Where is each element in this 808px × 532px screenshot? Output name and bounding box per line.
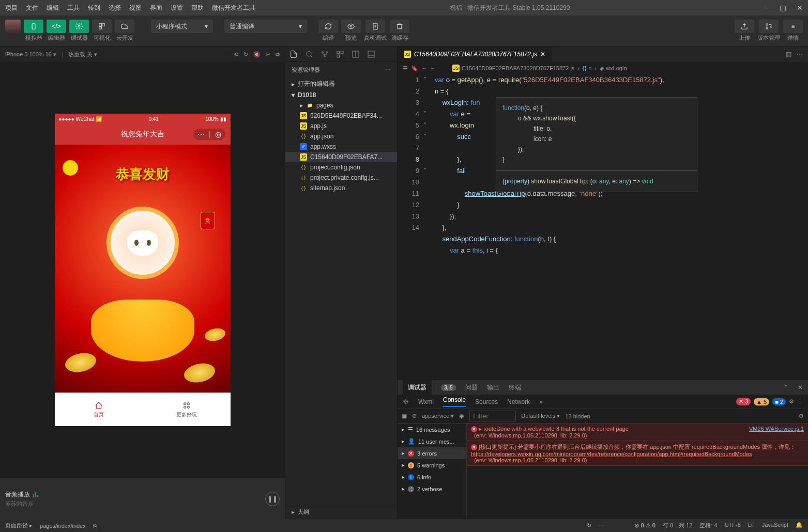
eye-icon[interactable]: ◉ [459, 413, 464, 419]
list-icon[interactable]: ☰ [403, 65, 408, 72]
file-tree-item[interactable]: JSC15640D09F02EBAFA7... [285, 152, 397, 162]
console-filter-item[interactable]: ▸ ✕ 3 errors [398, 447, 466, 459]
cloud-toggle[interactable] [115, 20, 134, 33]
console-filter-item[interactable]: ▸ ! 5 warnings [398, 459, 466, 471]
avatar[interactable] [5, 20, 21, 33]
file-tree-item[interactable]: { }app.json [285, 131, 397, 142]
warning-badge[interactable]: ▲ 5 [754, 398, 769, 405]
console-filter-item[interactable]: ▸ ☰ 16 messages [398, 424, 466, 435]
device-selector[interactable]: iPhone 5 100% 16 ▾ [5, 51, 56, 58]
eol[interactable]: LF [748, 522, 755, 529]
file-tree-item[interactable]: { }project.private.config.js... [285, 173, 397, 183]
compile-button[interactable] [318, 20, 338, 33]
levels-dropdown[interactable]: Default levels ▾ [521, 413, 560, 419]
simulator-toggle[interactable] [24, 20, 43, 33]
console-messages[interactable]: ✕ ▸ routeDone with a webviewId 3 that is… [467, 424, 808, 519]
nav-back-icon[interactable]: ← [421, 65, 427, 71]
devtools-tab-output[interactable]: 输出 [487, 383, 499, 392]
cursor-position[interactable]: 行 8，列 12 [663, 522, 692, 529]
filter-input[interactable] [469, 411, 516, 421]
capsule-close-icon[interactable]: ◎ [215, 130, 221, 138]
page-path[interactable]: pages/index/index [40, 523, 86, 529]
source-link[interactable]: VM26 WAService.js:1 [749, 426, 804, 432]
menu-edit[interactable]: 编辑 [47, 4, 59, 12]
copy-path-icon[interactable]: ⎘ [93, 523, 97, 529]
sidebar-toggle-icon[interactable]: ▣ [402, 413, 407, 419]
menu-view[interactable]: 视图 [129, 4, 142, 12]
mode-dropdown[interactable]: 小程序模式▾ [151, 20, 213, 33]
devtools-tab-problems[interactable]: 问题 [465, 383, 478, 392]
inspect-icon[interactable]: ⯐ [403, 398, 409, 405]
project-root[interactable]: ▾D1018 [285, 90, 397, 100]
hot-reload-toggle[interactable]: 热重载 关 ▾ [68, 51, 97, 58]
split-editor-icon[interactable]: ▥ [786, 51, 791, 58]
status-errors[interactable]: ⊗ 0 ⚠ 0 [634, 522, 655, 529]
cut-icon[interactable]: ✂ [266, 51, 270, 58]
menu-file[interactable]: 文件 [26, 4, 38, 12]
menu-project[interactable]: 项目 [5, 4, 18, 12]
open-editors-section[interactable]: ▸打开的编辑器 [285, 78, 397, 90]
console-filter-item[interactable]: ▸ i 6 info [398, 471, 466, 483]
tab-more[interactable]: 更多好玩 [143, 393, 231, 426]
minimize-icon[interactable]: ─ [764, 4, 769, 12]
file-tree-item[interactable]: ▸📁pages [285, 100, 397, 111]
context-dropdown[interactable]: appservice ▾ [422, 413, 454, 419]
menu-ui[interactable]: 界面 [150, 4, 162, 12]
nav-forward-icon[interactable]: → [430, 65, 436, 71]
gear-icon[interactable]: ⚙ [789, 398, 794, 405]
phone-simulator[interactable]: ●●●●● WeChat 📶 0:41 100% ▮▮ 祝您兔年大吉 ⋯|◎ 恭… [55, 114, 231, 426]
pause-button[interactable]: ❚❚ [265, 492, 280, 506]
console-error-row[interactable]: ✕ [接口更新提示] 若需要小程序在退到后台后继续播放音频，你需要在 app.j… [467, 441, 808, 466]
search-icon[interactable] [305, 50, 313, 58]
refresh-status-icon[interactable]: ↻ [587, 522, 591, 529]
close-icon[interactable]: ✕ [797, 4, 803, 12]
encoding[interactable]: UTF-8 [725, 522, 741, 529]
file-tree-item[interactable]: JS526D5E449F02EBAF34... [285, 111, 397, 121]
devtools-tab-terminal[interactable]: 终端 [509, 383, 521, 392]
preview-button[interactable] [341, 20, 361, 33]
red-envelope[interactable]: 赏 [201, 212, 215, 229]
popout-icon[interactable]: ⧉ [276, 51, 280, 58]
console-filter-item[interactable]: ▸ 👤 11 user mes... [398, 435, 466, 447]
language-mode[interactable]: JavaScript [762, 522, 788, 529]
refresh-icon[interactable]: ↻ [243, 51, 248, 58]
extensions-icon[interactable] [336, 50, 344, 58]
visual-toggle[interactable] [92, 20, 112, 33]
clear-cache-button[interactable] [390, 20, 409, 33]
more-icon[interactable]: ⋯ [385, 67, 391, 73]
bookmark-icon[interactable]: 🔖 [411, 65, 418, 72]
mute-icon[interactable]: 🔇 [253, 51, 261, 58]
close-panel-icon[interactable]: ✕ [798, 384, 803, 391]
menu-settings[interactable]: 设置 [171, 4, 183, 12]
menu-select[interactable]: 选择 [109, 4, 121, 12]
code-editor[interactable]: 1234567891011121314 ˅˅˅˅˅ var o = getApp… [398, 74, 808, 380]
detail-button[interactable]: ≡ [783, 20, 803, 33]
back-button[interactable] [63, 160, 78, 176]
doc-link[interactable]: https://developers.weixin.qq.com/minipro… [471, 451, 752, 457]
close-tab-icon[interactable]: ✕ [540, 51, 545, 58]
file-tree-item[interactable]: { }project.config.json [285, 162, 397, 173]
menu-tools[interactable]: 工具 [67, 4, 80, 12]
phone-content[interactable]: 恭喜发财 赏 [55, 145, 231, 393]
menu-wxdevtools[interactable]: 微信开发者工具 [212, 4, 255, 12]
file-tree-item[interactable]: #app.wxss [285, 142, 397, 152]
rotate-icon[interactable]: ⟲ [234, 51, 238, 58]
info-badge[interactable]: ■ 2 [772, 398, 786, 405]
branch-icon[interactable] [321, 50, 329, 58]
more-status-icon[interactable]: ⋯ [599, 522, 604, 529]
layout-icon[interactable] [352, 50, 360, 58]
menu-help[interactable]: 帮助 [191, 4, 204, 12]
menu-goto[interactable]: 转到 [88, 4, 100, 12]
page-path-label[interactable]: 页面路径 ▸ [5, 522, 33, 529]
compile-dropdown[interactable]: 普通编译▾ [224, 20, 307, 33]
maximize-icon[interactable]: ▢ [780, 4, 786, 12]
more-tabs-icon[interactable]: » [539, 398, 543, 405]
breadcrumb[interactable]: ☰ 🔖 ← → JSC15640D09F02EBAFA73028D767F158… [398, 62, 808, 74]
hidden-count[interactable]: 13 hidden [565, 413, 590, 419]
feedback-icon[interactable]: 🔔 [796, 522, 803, 529]
capsule-menu-icon[interactable]: ⋯ [197, 130, 205, 138]
upload-button[interactable] [735, 20, 754, 33]
console-filter-item[interactable]: ▸ ⋮ 2 verbose [398, 483, 466, 495]
devtools-tab-debugger[interactable]: 调试器 [403, 380, 432, 395]
clear-console-icon[interactable]: ⊘ [412, 413, 417, 419]
